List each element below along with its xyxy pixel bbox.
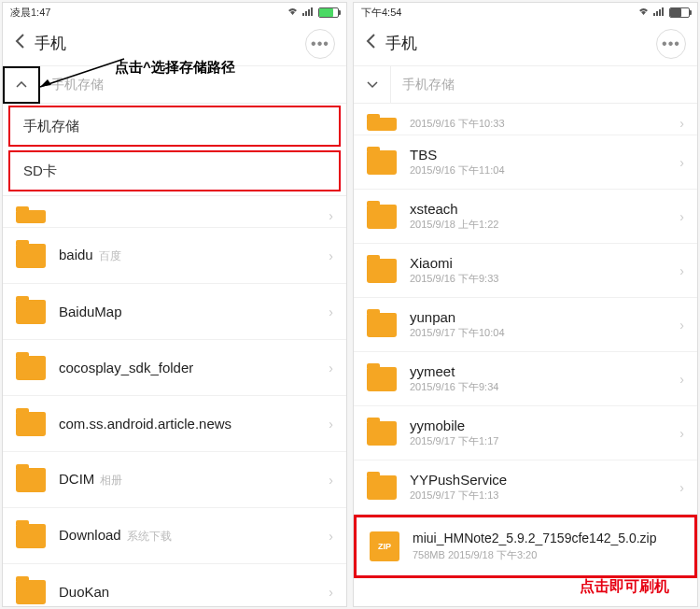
list-item[interactable]: cocosplay_sdk_folder › (3, 340, 346, 396)
folder-icon (16, 412, 46, 436)
list-item[interactable]: yunpan2015/9/17 下午10:04 › (354, 298, 697, 352)
list-item[interactable]: › (3, 196, 346, 228)
wifi-icon (637, 7, 650, 18)
page-title: 手机 (35, 33, 66, 54)
chevron-right-icon: › (329, 417, 333, 432)
list-item[interactable]: Xiaomi2015/9/16 下午9:33 › (354, 244, 697, 298)
header: 手机 ••• (354, 21, 697, 66)
folder-icon (367, 421, 397, 446)
list-item[interactable]: DuoKan › (3, 564, 346, 606)
chevron-right-icon: › (679, 372, 684, 387)
chevron-right-icon: › (329, 304, 333, 319)
status-bar: 下午4:54 (354, 3, 697, 21)
back-button[interactable] (365, 33, 376, 54)
file-list[interactable]: › baidu百度 › BaiduMap › cocosplay_sdk_fol… (3, 196, 346, 606)
chevron-right-icon: › (679, 116, 684, 131)
breadcrumb-path: 手机存储 (391, 77, 455, 93)
status-icons (637, 7, 690, 18)
right-screenshot: 下午4:54 手机 ••• 手机存储 2015/9/16 下午10:33 › (353, 2, 698, 607)
folder-icon (16, 300, 46, 324)
list-item[interactable]: 2015/9/16 下午10:33 › (354, 104, 697, 135)
status-icons (287, 7, 339, 18)
status-bar: 凌晨1:47 (3, 3, 346, 21)
folder-icon (367, 150, 397, 175)
dropdown-sd-card[interactable]: SD卡 (8, 150, 341, 191)
battery-icon (318, 7, 339, 18)
page-title: 手机 (385, 33, 417, 54)
chevron-right-icon: › (329, 248, 333, 263)
breadcrumb-toggle[interactable] (354, 66, 391, 104)
wifi-icon (287, 7, 299, 18)
folder-icon (367, 313, 397, 337)
folder-icon (16, 468, 46, 492)
list-item[interactable]: DCIM相册 › (3, 452, 346, 508)
list-item[interactable]: yymeet2015/9/16 下午9:34 › (354, 352, 697, 406)
list-item[interactable]: baidu百度 › (3, 228, 346, 284)
folder-icon (16, 356, 46, 380)
folder-icon (16, 524, 46, 548)
svg-rect-6 (653, 13, 655, 16)
chevron-right-icon: › (679, 426, 684, 441)
chevron-right-icon: › (329, 208, 333, 223)
battery-icon (669, 7, 690, 18)
file-meta: 758MB 2015/9/18 下午3:20 (413, 548, 681, 562)
svg-rect-0 (302, 13, 304, 16)
folder-icon (367, 118, 397, 131)
breadcrumb: 手机存储 (3, 66, 346, 104)
more-button[interactable]: ••• (305, 29, 335, 59)
chevron-right-icon: › (679, 209, 684, 224)
chevron-right-icon: › (329, 585, 333, 600)
chevron-right-icon: › (329, 473, 333, 488)
folder-icon (367, 367, 397, 391)
breadcrumb: 手机存储 (354, 66, 697, 104)
chevron-right-icon: › (679, 155, 684, 170)
header: 手机 点击^选择存储路径 ••• (3, 21, 346, 66)
list-item[interactable]: xsteach2015/9/18 上午1:22 › (354, 190, 697, 244)
list-item[interactable]: BaiduMap › (3, 284, 346, 340)
dropdown-phone-storage[interactable]: 手机存储 (8, 106, 341, 147)
folder-icon (16, 244, 46, 268)
svg-rect-3 (311, 7, 313, 16)
back-button[interactable] (14, 33, 25, 54)
storage-dropdown: 手机存储 SD卡 (3, 104, 346, 196)
svg-rect-1 (305, 11, 307, 16)
status-time: 凌晨1:47 (10, 6, 50, 20)
chevron-right-icon: › (679, 318, 684, 333)
chevron-right-icon: › (329, 361, 333, 375)
svg-rect-2 (308, 9, 310, 16)
breadcrumb-path: 手机存储 (40, 77, 104, 93)
zip-icon: ZIP (370, 531, 399, 561)
more-button[interactable]: ••• (656, 29, 686, 59)
zip-file-item[interactable]: ZIP miui_HMNote2_5.9.2_7159cfe142_5.0.zi… (354, 515, 697, 578)
folder-icon (367, 475, 397, 500)
list-item[interactable]: YYPushService2015/9/17 下午1:13 › (354, 460, 697, 515)
folder-icon (367, 205, 397, 229)
status-time: 下午4:54 (361, 6, 401, 20)
file-list[interactable]: 2015/9/16 下午10:33 › TBS2015/9/16 下午11:04… (354, 104, 697, 606)
chevron-right-icon: › (329, 529, 333, 544)
svg-rect-8 (659, 9, 661, 16)
left-screenshot: 凌晨1:47 手机 点击^选择存储路径 ••• 手机存储 手机存储 SD卡 (2, 2, 347, 607)
chevron-right-icon: › (679, 480, 684, 495)
signal-icon (653, 7, 665, 18)
folder-icon (367, 259, 397, 283)
breadcrumb-toggle[interactable] (3, 66, 40, 104)
list-item[interactable]: yymobile2015/9/17 下午1:17 › (354, 406, 697, 460)
list-item[interactable]: TBS2015/9/16 下午11:04 › (354, 135, 697, 190)
svg-rect-9 (662, 7, 664, 16)
chevron-right-icon: › (679, 263, 684, 278)
file-name: miui_HMNote2_5.9.2_7159cfe142_5.0.zip (413, 531, 681, 547)
svg-rect-7 (656, 11, 658, 16)
folder-icon (16, 210, 46, 223)
folder-icon (16, 580, 46, 604)
list-item[interactable]: com.ss.android.article.news › (3, 396, 346, 452)
signal-icon (302, 7, 315, 18)
list-item[interactable]: Download系统下载 › (3, 508, 346, 564)
